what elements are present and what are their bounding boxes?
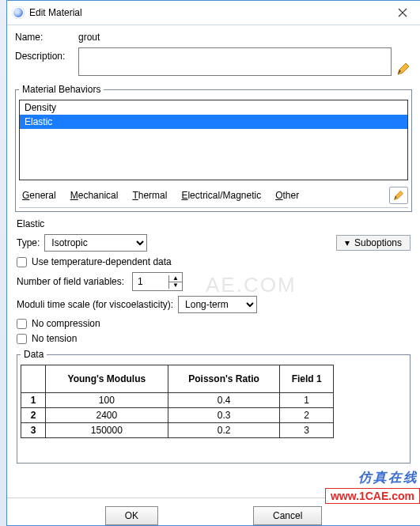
type-label: Type: <box>17 237 40 248</box>
menu-other[interactable]: Other <box>275 190 299 201</box>
pencil-icon <box>393 190 404 201</box>
field-vars-spinner[interactable]: 1 ▲ ▼ <box>132 272 183 291</box>
no-tension-label: No tension <box>32 333 77 344</box>
edit-description-button[interactable] <box>392 47 412 76</box>
cancel-button[interactable]: Cancel <box>253 506 322 525</box>
close-icon <box>398 8 407 17</box>
behaviors-legend: Material Behaviors <box>19 84 104 95</box>
edit-behaviors-button[interactable] <box>389 187 408 204</box>
data-table[interactable]: Young's Modulus Poisson's Ratio Field 1 … <box>21 365 334 438</box>
field-vars-value: 1 <box>138 276 168 287</box>
col-poissons: Poisson's Ratio <box>168 365 280 393</box>
col-youngs: Young's Modulus <box>46 365 168 393</box>
suboptions-button[interactable]: ▾ Suboptions <box>336 235 411 251</box>
svg-marker-2 <box>398 63 409 74</box>
spinner-down-button[interactable]: ▼ <box>169 282 182 289</box>
pencil-icon <box>396 62 411 76</box>
menu-general[interactable]: General <box>22 190 56 201</box>
menu-mechanical[interactable]: Mechanical <box>70 190 119 201</box>
type-select[interactable]: Isotropic <box>44 234 147 252</box>
no-compression-checkbox[interactable] <box>17 319 27 329</box>
menu-electrical[interactable]: Electrical/Magnetic <box>181 190 261 201</box>
col-field1: Field 1 <box>280 365 334 393</box>
behaviors-list[interactable]: Density Elastic <box>19 100 408 180</box>
watermark-blue: 仿真在线 <box>358 469 418 486</box>
name-value: grout <box>78 32 100 43</box>
window-title: Edit Material <box>29 7 385 18</box>
row-header-blank <box>21 365 46 393</box>
description-label: Description: <box>15 47 78 76</box>
table-row[interactable]: 1 100 0.4 1 <box>21 393 334 408</box>
table-row[interactable]: 3 150000 0.2 3 <box>21 423 334 438</box>
behavior-item-elastic[interactable]: Elastic <box>20 115 407 129</box>
moduli-time-select[interactable]: Long-term <box>178 296 257 313</box>
field-vars-label: Number of field variables: <box>17 276 124 287</box>
description-input[interactable] <box>78 47 392 76</box>
elastic-section-title: Elastic <box>17 218 411 229</box>
ok-button[interactable]: OK <box>105 506 158 525</box>
triangle-down-icon: ▾ <box>345 237 350 248</box>
table-row[interactable]: 2 2400 0.3 2 <box>21 408 334 423</box>
data-legend: Data <box>21 349 47 360</box>
behavior-item-density[interactable]: Density <box>20 100 407 115</box>
no-tension-checkbox[interactable] <box>17 334 27 344</box>
app-icon <box>12 6 25 19</box>
no-compression-label: No compression <box>32 318 100 329</box>
menu-thermal[interactable]: Thermal <box>132 190 167 201</box>
moduli-time-label: Moduli time scale (for viscoelasticity): <box>17 299 173 310</box>
temp-dependent-label: Use temperature-dependent data <box>32 256 172 267</box>
temp-dependent-checkbox[interactable] <box>17 257 27 267</box>
watermark-red: www.1CAE.com <box>325 488 420 504</box>
name-label: Name: <box>15 32 78 43</box>
close-button[interactable] <box>385 2 420 24</box>
